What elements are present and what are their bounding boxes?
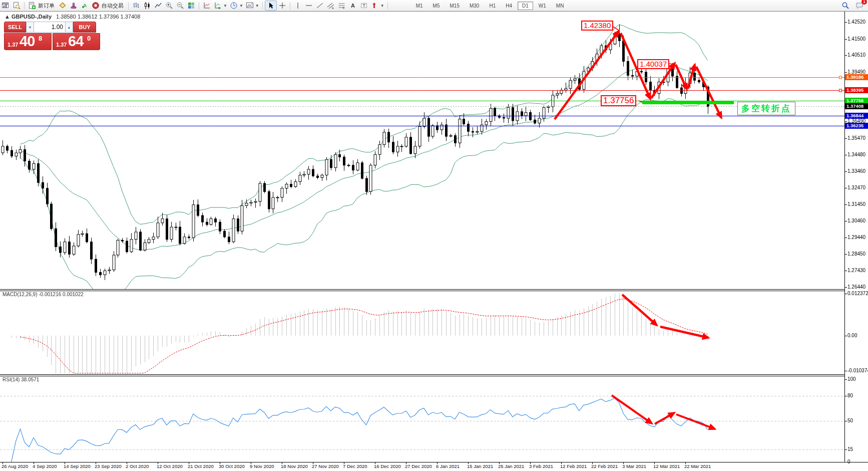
annotation-price-label[interactable]: 1.40037 <box>637 59 669 69</box>
timeframe-button-d1[interactable]: D1 <box>518 2 533 10</box>
text-label-tool-icon[interactable]: T <box>358 1 369 10</box>
search-icon[interactable] <box>840 1 851 10</box>
signals-icon[interactable] <box>79 1 90 10</box>
buy-price-base: 1.37 <box>56 42 67 48</box>
price-tick-label: 1.30460 <box>847 218 865 223</box>
main-chart-canvas[interactable] <box>0 12 844 289</box>
volume-input[interactable] <box>34 22 65 33</box>
price-tick-mark <box>844 22 847 23</box>
macd-panel-canvas[interactable] <box>0 291 844 374</box>
text-tool-icon[interactable]: A <box>347 1 358 10</box>
buy-button[interactable]: BUY <box>73 22 96 33</box>
annotation-price-label[interactable]: 1.42380 <box>581 21 613 31</box>
zoom-out-icon[interactable] <box>175 1 186 10</box>
hline-price-flag[interactable]: 1.36844 <box>845 113 868 119</box>
new-order-icon[interactable] <box>27 1 38 10</box>
current-price-flag: 1.37408 <box>845 103 868 109</box>
template-chart-icon[interactable] <box>244 1 255 10</box>
symbol-title: GBPUSD-,Daily <box>12 14 52 20</box>
hline-price-flag[interactable]: 1.36235 <box>845 123 868 129</box>
timeframe-button-mn[interactable]: MN <box>552 2 569 10</box>
metaeditor-stamp-icon[interactable] <box>68 1 79 10</box>
equidistant-channel-tool-icon[interactable]: E <box>325 1 336 10</box>
date-label: 25 Jan 2021 <box>498 463 524 469</box>
timeframe-button-h1[interactable]: H1 <box>485 2 500 10</box>
panel-splitter[interactable] <box>0 289 845 290</box>
candlestick-mode-icon[interactable] <box>142 1 153 10</box>
vertical-line-tool-icon[interactable] <box>292 1 303 10</box>
period-dropdown-caret[interactable]: ▼ <box>239 4 243 8</box>
volume-decrease-button[interactable]: ▼ <box>26 22 34 33</box>
timeframe-button-m30[interactable]: M30 <box>465 2 484 10</box>
rsi-tick-label: 0 <box>847 459 850 464</box>
new-chart-icon[interactable] <box>0 1 11 10</box>
annotation-price-label[interactable]: 1.37756 <box>601 95 636 106</box>
horizontal-line-tool-icon[interactable] <box>303 1 314 10</box>
rsi-tick-label: 80 <box>847 393 853 398</box>
date-label: 2 Oct 2020 <box>126 463 149 469</box>
period-clock-icon[interactable] <box>228 1 239 10</box>
hline-price-flag[interactable]: 1.39186 <box>845 74 868 80</box>
panel-splitter[interactable] <box>0 291 845 291</box>
rsi-label: RSI(14) 38.0571 <box>3 377 39 382</box>
price-tick-mark <box>844 171 847 172</box>
autotrade-icon[interactable] <box>90 1 101 10</box>
new-order-button[interactable]: 新订单 <box>38 2 55 10</box>
panel-splitter[interactable] <box>0 376 845 376</box>
date-label: 27 Dec 2020 <box>405 463 432 469</box>
price-tick-mark <box>844 204 847 205</box>
timeframe-button-h4[interactable]: H4 <box>501 2 517 10</box>
price-tick-label: 1.33460 <box>847 168 865 174</box>
collapse-arrow-icon[interactable]: ▲ <box>5 14 10 20</box>
arrows-tool-icon[interactable] <box>369 1 380 10</box>
timeframe-group: M1M5M15M30H1H4D1W1MN <box>411 2 569 10</box>
date-label: 22 Mar 2021 <box>684 463 711 469</box>
buy-price-display[interactable]: 1.37 64 0 <box>53 33 100 50</box>
tile-windows-icon[interactable] <box>186 1 197 10</box>
buy-price-pip: 0 <box>87 35 91 42</box>
chart-preview-icon[interactable] <box>11 1 22 10</box>
fibonacci-tool-icon[interactable]: F <box>336 1 347 10</box>
timeframe-button-m15[interactable]: M15 <box>446 2 464 10</box>
sell-price-pip: 8 <box>39 35 42 42</box>
one-click-trading-panel: SELL ▼ ▲ BUY 1.37 40 8 1.37 64 0 <box>4 22 100 50</box>
crosshair-tool-icon[interactable] <box>277 1 288 10</box>
arrows-dropdown-caret[interactable]: ▼ <box>380 4 384 8</box>
date-label: 6 Jan 2021 <box>436 463 460 469</box>
template-dropdown-caret[interactable]: ▼ <box>255 4 259 8</box>
cursor-tool-icon[interactable] <box>265 1 277 11</box>
hline-price-flag[interactable]: 1.38395 <box>845 87 868 93</box>
price-tick-label: 1.35470 <box>847 135 865 141</box>
price-tick-mark <box>844 155 847 155</box>
notifications-icon[interactable]: 1 <box>854 1 865 10</box>
indicator-dropdown-caret[interactable]: ▼ <box>223 4 227 8</box>
note-annotation[interactable]: 多空转折点 <box>737 102 795 115</box>
toolbar-separator <box>262 2 263 10</box>
trendline-tool-icon[interactable] <box>314 1 325 10</box>
volume-increase-button[interactable]: ▲ <box>65 22 73 33</box>
rsi-tick-mark <box>844 449 847 450</box>
line-chart-mode-icon[interactable] <box>153 1 164 10</box>
styles-bucket-icon[interactable] <box>57 1 68 10</box>
sell-price-display[interactable]: 1.37 40 8 <box>4 33 52 50</box>
indicator-add-icon[interactable] <box>212 1 223 10</box>
bar-chart-mode-icon[interactable] <box>131 1 142 10</box>
panel-splitter[interactable] <box>0 374 845 375</box>
price-tick-mark <box>844 121 847 122</box>
date-label: 30 Oct 2020 <box>219 463 245 469</box>
timeframe-button-m1[interactable]: M1 <box>411 2 427 10</box>
autotrade-button[interactable]: 自动交易 <box>102 2 124 10</box>
date-label: 23 Sep 2020 <box>95 463 122 469</box>
macd-tick-mark <box>844 371 847 371</box>
rsi-panel-canvas[interactable] <box>0 376 844 462</box>
price-tick-label: 1.28450 <box>847 251 865 257</box>
zoom-in-icon[interactable] <box>164 1 175 10</box>
timeframe-button-w1[interactable]: W1 <box>534 2 551 10</box>
sell-button[interactable]: SELL <box>4 22 26 33</box>
macd-label: MACD(12,26,9) -0.001216 0.001022 <box>3 292 84 297</box>
rsi-tick-mark <box>844 421 847 421</box>
timeframe-button-m5[interactable]: M5 <box>428 2 445 10</box>
price-tick-mark <box>844 188 847 188</box>
price-tick-label: 1.31450 <box>847 201 865 207</box>
indicator-window-icon[interactable] <box>201 1 212 10</box>
